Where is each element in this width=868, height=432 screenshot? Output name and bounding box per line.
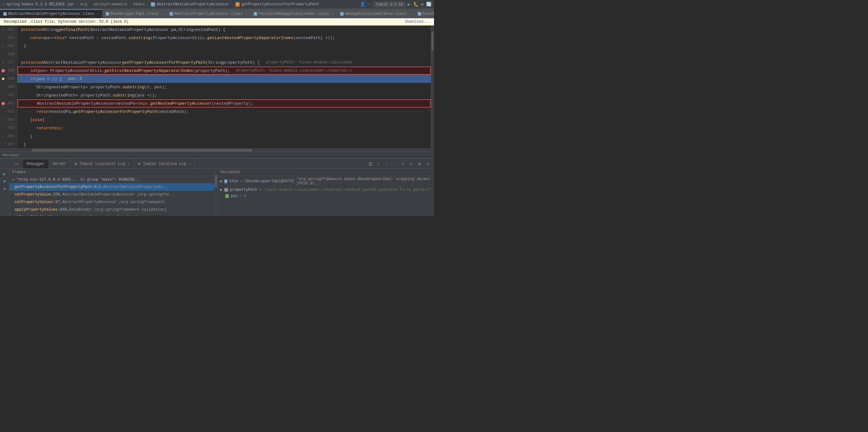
- tab-standard-root[interactable]: C StandardRoot.class ✕: [414, 9, 434, 18]
- fold-597[interactable]: ▶: [1, 61, 5, 64]
- code-line-596: [17, 50, 431, 58]
- breakpoint-602[interactable]: ●: [1, 101, 5, 105]
- step-into-icon[interactable]: ↓: [383, 161, 390, 167]
- fold-593[interactable]: ▶: [1, 28, 5, 32]
- filter-icon[interactable]: ⊗: [3, 187, 6, 191]
- tab-parallel-webapp[interactable]: C ParallelWebappClassLoader.class ✕: [250, 9, 337, 18]
- tab-close-3[interactable]: ✕: [332, 12, 333, 16]
- code-line-600: String nestedProperty = propertyPath. su…: [17, 83, 431, 91]
- watches-icon[interactable]: ≡: [425, 161, 431, 167]
- h-scroll-thumb[interactable]: [32, 149, 252, 151]
- scroll-thumb[interactable]: [432, 32, 434, 51]
- step-icon[interactable]: ▼: [3, 179, 6, 184]
- btab-debugger[interactable]: Debugger: [23, 159, 49, 168]
- download-link[interactable]: Download...: [405, 20, 430, 24]
- frame-item-0[interactable]: getPropertyAccessorForPropertyPath :813,…: [9, 183, 214, 191]
- frame-item-4[interactable]: doBind :744, DataBinder (org.springframe…: [9, 214, 214, 216]
- run-to-cursor-icon[interactable]: ↰: [400, 161, 406, 167]
- code-line-598: int pos = PropertyAccessorUtils. getFirs…: [17, 66, 431, 75]
- line-601: 601: [0, 91, 17, 99]
- code-content-area: protected String getFinalPath (AbstractN…: [17, 26, 431, 149]
- tab-close-2[interactable]: ✕: [245, 12, 247, 16]
- var-this[interactable]: ≡ this = {BeanWrapperImpl@6070} "org.spr…: [218, 176, 434, 187]
- var-pos[interactable]: i pos = 5: [218, 193, 434, 199]
- btab-close-2[interactable]: ✕: [128, 162, 130, 166]
- back-nav-icon[interactable]: ←: [368, 2, 371, 7]
- nav-sep5: ›: [231, 2, 234, 7]
- bottom-expand[interactable]: >>: [11, 159, 23, 168]
- frame-item-3[interactable]: applyPropertyValues :848, DataBinder (or…: [9, 206, 214, 214]
- nav-method: getPropertyAccessorForPropertyPath: [241, 2, 318, 7]
- code-line-604: } else {: [17, 116, 431, 124]
- btab-catalina-log[interactable]: 🖥 Tomcat Catalina Log ✕: [134, 159, 195, 168]
- settings-icon[interactable]: ⚙: [421, 2, 424, 7]
- thread-play-icon: ✔: [12, 177, 14, 182]
- debugger-toolbar: ☰ ↕ ↓ ↑ ↰ ↱ ⊞ ≡: [367, 161, 434, 168]
- line-596: 596: [0, 50, 17, 58]
- code-scrollbar[interactable]: [431, 26, 434, 149]
- breakpoint-598[interactable]: ●: [1, 69, 5, 72]
- line-606: ▶ 606: [0, 132, 17, 140]
- tab-close-0[interactable]: ✕: [97, 12, 99, 16]
- tab-icon-0: C: [3, 12, 7, 16]
- tab-abstract-nestable[interactable]: C AbstractNestablePropertyAccessor.class…: [0, 9, 102, 18]
- class-icon: C: [151, 2, 155, 7]
- method-icon: m: [235, 2, 240, 7]
- frames-scroll-thumb[interactable]: [215, 175, 217, 188]
- evaluate-icon[interactable]: ↱: [408, 161, 414, 167]
- var-expand-this[interactable]: [220, 180, 222, 183]
- code-line-603: return nestedPa . getPropertyAccessorFor…: [17, 107, 431, 116]
- code-line-594: return pa == this ? nestedPath : nestedP…: [17, 34, 431, 42]
- line-602: ● 602: [0, 99, 17, 107]
- profile-icon[interactable]: 👤: [360, 2, 365, 7]
- fold-595[interactable]: ▶: [1, 44, 5, 48]
- nav-org: org: [80, 2, 87, 7]
- code-line-601: String nestedPath = propertyPath. substr…: [17, 91, 431, 99]
- debug-icon[interactable]: 🐛: [413, 2, 418, 7]
- line-597: ▶ 597: [0, 58, 17, 66]
- frame-item-2[interactable]: setPropertyValues :97, AbstractPropertyA…: [9, 198, 214, 206]
- frames-icon[interactable]: ⊞: [416, 161, 423, 167]
- tab-abstract-property[interactable]: C AbstractPropertyAccessor.class ✕: [166, 9, 250, 18]
- monitor-icon-2: 🖥: [137, 162, 141, 166]
- btab-label-3: Tomcat Catalina Log: [143, 162, 186, 166]
- menu-icon[interactable]: ☰: [367, 161, 373, 167]
- tab-close-1[interactable]: ✕: [161, 12, 163, 16]
- frames-title: Frames: [12, 170, 26, 174]
- continue-icon[interactable]: ▶: [3, 171, 6, 177]
- btab-localhost-log[interactable]: 🖥 Tomcat Localhost Log ✕: [70, 159, 134, 168]
- tab-close-4[interactable]: ✕: [409, 12, 411, 16]
- tab-webapp-classloader[interactable]: C WebappClassLoaderBase.class ✕: [337, 9, 414, 18]
- btab-close-3[interactable]: ✕: [189, 162, 191, 166]
- line-605: 605: [0, 124, 17, 132]
- code-line-602: AbstractNestablePropertyAccessor nestedP…: [17, 99, 431, 107]
- thread-dropdown[interactable]: ⌄: [136, 177, 139, 182]
- btab-server[interactable]: Server: [49, 159, 70, 168]
- current-exec-599: [2, 78, 4, 80]
- bottom-content: ▶ ▼ ⊗ Tor Frames ✔ "http-nio-127.0.0.1-8…: [0, 169, 434, 216]
- tab-icon-2: C: [169, 12, 173, 16]
- btab-label-2: Tomcat Localhost Log: [80, 162, 125, 166]
- thread-item[interactable]: ✔ "http-nio-127.0.0.1-8091... in group "…: [9, 176, 214, 183]
- fold-606[interactable]: ▶: [1, 134, 5, 138]
- left-debug-strip: ▶ ▼ ⊗ Tor: [0, 169, 9, 216]
- var-property-path[interactable]: p propertyPath = "class.module.classLoad…: [218, 187, 434, 193]
- tomcat-badge[interactable]: Tomcat 8.5.69: [373, 2, 405, 7]
- nav-method-item: m getPropertyAccessorForPropertyPath: [235, 2, 318, 7]
- bottom-panel: >> Debugger Server 🖥 Tomcat Localhost Lo…: [0, 158, 434, 216]
- frames-scrollbar[interactable]: [215, 169, 218, 216]
- frame-item-1[interactable]: setPropertyValue :256, AbstractNestableP…: [9, 191, 214, 198]
- nav-arrow-left[interactable]: ‹: [2, 2, 5, 7]
- tab-icon-3: C: [254, 12, 257, 16]
- var-expand-pp[interactable]: [220, 189, 222, 191]
- update-icon[interactable]: 🔄: [426, 2, 432, 7]
- fold-604[interactable]: ▶: [1, 118, 5, 122]
- code-line-606: }: [17, 132, 431, 140]
- run-icon[interactable]: ▶: [407, 1, 411, 7]
- line-603: 603: [0, 107, 17, 116]
- step-out-icon[interactable]: ↑: [392, 161, 398, 167]
- tab-beanwrapper[interactable]: C BeanWrapperImpl.class ✕: [102, 9, 166, 18]
- tab-label-1: BeanWrapperImpl.class: [111, 12, 158, 16]
- horizontal-scrollbar[interactable]: [0, 149, 434, 152]
- step-over-icon[interactable]: ↕: [375, 161, 382, 167]
